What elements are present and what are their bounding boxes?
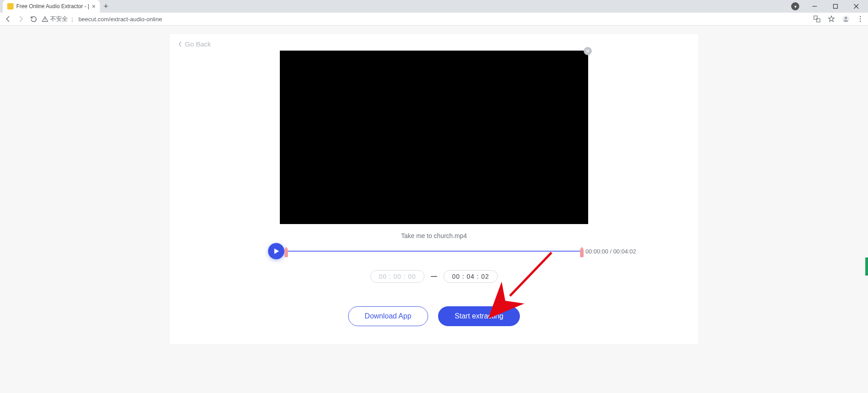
new-tab-button[interactable]: + [100,0,112,12]
filename-label: Take me to church.mp4 [178,232,690,239]
trim-start-handle[interactable] [284,249,288,257]
close-icon [586,49,590,53]
profile-icon[interactable] [842,15,850,23]
svg-point-9 [844,17,847,19]
time-counter: 00:00:00 / 00:04:02 [585,248,636,255]
nav-reload-button[interactable] [29,14,38,23]
action-buttons: Download App Start extracting [178,306,690,326]
translate-icon[interactable] [813,15,821,23]
svg-point-5 [45,20,45,21]
tab-close-icon[interactable]: × [92,3,95,10]
start-extracting-button[interactable]: Start extracting [438,306,520,326]
extension-icon[interactable]: ▾ [791,2,799,10]
close-video-button[interactable] [584,47,592,55]
go-back-label: Go Back [185,40,211,48]
tab-favicon [7,3,14,9]
page-content: Go Back Take me to church.mp4 00:00:00 /… [0,26,868,344]
url-display[interactable]: beecut.com/extract-audio-online [78,16,162,23]
go-back-button[interactable]: Go Back [178,40,690,48]
security-label: 不安全 [50,15,68,23]
minimize-button[interactable] [805,0,825,12]
play-icon [274,248,280,254]
browser-chrome: Free Online Audio Extractor - | × + ▾ 不安… [0,0,868,26]
download-app-button[interactable]: Download App [348,306,428,326]
nav-back-button[interactable] [4,14,13,23]
trim-end-handle[interactable] [580,249,584,257]
svg-point-10 [860,16,861,17]
chevron-left-icon [178,41,182,47]
scroll-indicator [865,257,868,276]
window-controls: ▾ [791,0,868,12]
warning-icon [42,16,48,23]
security-indicator[interactable]: 不安全 | [42,15,75,23]
timeline-row: 00:00:00 / 00:04:02 [178,243,690,259]
timeline-track[interactable] [286,251,582,252]
tab-title: Free Online Audio Extractor - | [16,3,89,9]
start-time-input[interactable]: 00 : 00 : 00 [370,270,425,283]
tab-strip: Free Online Audio Extractor - | × + ▾ [0,0,868,13]
svg-point-12 [860,21,861,22]
video-preview[interactable] [280,51,588,224]
end-time-input[interactable]: 00 : 04 : 02 [443,270,498,283]
browser-tab[interactable]: Free Online Audio Extractor - | × [3,0,100,13]
kebab-menu-icon[interactable] [856,15,864,23]
range-dash [431,276,437,277]
play-button[interactable] [268,243,284,259]
window-close-button[interactable] [846,0,866,12]
star-icon[interactable] [827,15,835,23]
video-preview-wrap [280,51,588,224]
address-bar-right [813,15,864,23]
time-range-inputs: 00 : 00 : 00 00 : 04 : 02 [178,270,690,283]
address-bar: 不安全 | beecut.com/extract-audio-online [0,13,868,26]
maximize-button[interactable] [826,0,845,12]
svg-point-11 [860,19,861,19]
extractor-card: Go Back Take me to church.mp4 00:00:00 /… [170,34,698,344]
svg-rect-1 [834,5,838,9]
nav-forward-button[interactable] [16,14,25,23]
